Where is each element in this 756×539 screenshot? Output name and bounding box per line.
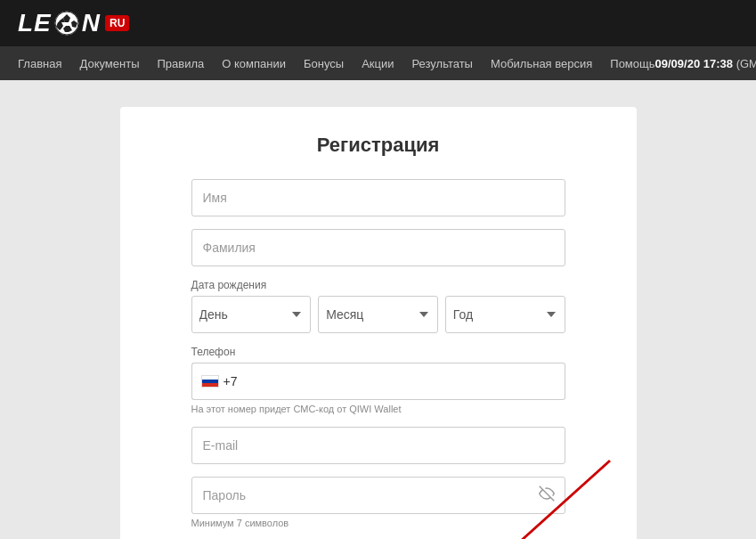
- logo-ru: RU: [105, 15, 129, 31]
- password-toggle-icon[interactable]: [539, 486, 555, 505]
- first-name-field: [191, 179, 565, 216]
- logo-text-le: LE: [18, 9, 52, 37]
- email-field: [191, 427, 565, 464]
- registration-container: Регистрация Дата рождения День Месяц Год: [120, 107, 637, 539]
- nav-home[interactable]: Главная: [18, 57, 61, 70]
- eye-off-icon: [539, 486, 555, 502]
- dob-field: Дата рождения День Месяц Год: [191, 279, 565, 333]
- phone-number-input[interactable]: [246, 363, 565, 400]
- timezone: (GMT+3): [736, 57, 756, 70]
- logo-ball-icon: [54, 11, 79, 36]
- last-name-field: [191, 229, 565, 266]
- nav-mobile[interactable]: Мобильная версия: [491, 57, 592, 70]
- nav-documents[interactable]: Документы: [79, 57, 139, 70]
- first-name-input[interactable]: [191, 179, 565, 216]
- dob-month-select[interactable]: Месяц: [318, 296, 438, 333]
- form-title: Регистрация: [191, 134, 565, 157]
- dob-label: Дата рождения: [191, 279, 565, 291]
- dob-row: День Месяц Год: [191, 296, 565, 333]
- nav-actions[interactable]: Акции: [362, 57, 394, 70]
- logo-text-n: N: [82, 9, 101, 37]
- nav-links: Главная Документы Правила О компании Бон…: [18, 57, 655, 70]
- nav-rules[interactable]: Правила: [158, 57, 205, 70]
- password-wrapper: [191, 477, 565, 514]
- phone-country-code: +7: [224, 374, 238, 388]
- phone-prefix[interactable]: +7: [191, 363, 247, 400]
- nav-help[interactable]: Помощь: [610, 57, 654, 70]
- header: LE N RU: [0, 0, 756, 46]
- page-content: Регистрация Дата рождения День Месяц Год: [0, 80, 756, 539]
- dob-year-select[interactable]: Год: [445, 296, 565, 333]
- nav-bonuses[interactable]: Бонусы: [304, 57, 344, 70]
- phone-label: Телефон: [191, 346, 565, 358]
- datetime: 09/09/20 17:38 (GMT+3): [655, 57, 756, 70]
- last-name-input[interactable]: [191, 229, 565, 266]
- navbar: Главная Документы Правила О компании Бон…: [0, 46, 756, 80]
- nav-about[interactable]: О компании: [222, 57, 286, 70]
- password-hint: Минимум 7 символов: [191, 518, 565, 528]
- nav-results[interactable]: Результаты: [411, 57, 472, 70]
- logo[interactable]: LE N RU: [18, 9, 129, 37]
- date: 09/09/20: [655, 57, 701, 70]
- phone-row: +7: [191, 363, 565, 400]
- time: 17:38: [703, 57, 733, 70]
- russia-flag-icon: [201, 375, 219, 388]
- password-input[interactable]: [191, 477, 565, 514]
- email-input[interactable]: [191, 427, 565, 464]
- phone-hint: На этот номер придет СМС-код от QIWI Wal…: [191, 404, 565, 414]
- dob-day-select[interactable]: День: [191, 296, 312, 333]
- password-field: Минимум 7 символов: [191, 477, 565, 528]
- phone-field: Телефон +7 На этот номер придет СМС-код …: [191, 346, 565, 414]
